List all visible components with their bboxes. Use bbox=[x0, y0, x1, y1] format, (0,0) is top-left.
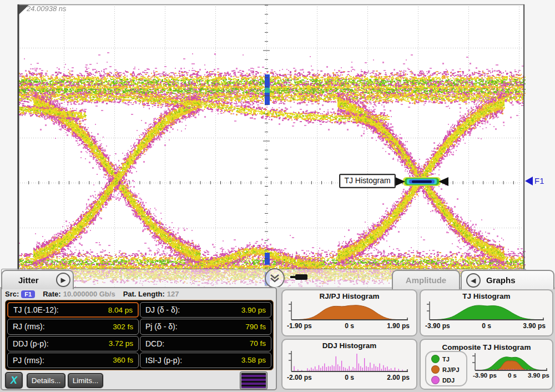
tab-amplitude[interactable]: Amplitude bbox=[392, 270, 460, 289]
timebase-label: 24.00938 ns bbox=[27, 4, 67, 13]
source-info-row: Src: F1 Rate: 10.000000 Gb/s Pat. Length… bbox=[5, 289, 186, 299]
back-arrow-button[interactable]: ◀ bbox=[466, 273, 481, 288]
x-tick-label: 0 s bbox=[345, 374, 354, 381]
rjpj-xaxis-labels: -1.90 ps 0 s 1.90 ps bbox=[282, 322, 416, 330]
measurement-cell-dcd[interactable]: DCD: 70 fs bbox=[140, 336, 271, 351]
measurement-label: Pj (δ - δ): bbox=[145, 322, 178, 331]
measurement-label: PJ (rms): bbox=[13, 356, 44, 365]
pat-length-value: 127 bbox=[167, 290, 179, 298]
collapse-panel-button[interactable] bbox=[265, 268, 285, 288]
measurement-cell-dj[interactable]: DJ (δ - δ): 3.90 ps bbox=[140, 302, 271, 318]
composite-histogram-chart bbox=[471, 352, 549, 372]
measurement-cell-isij[interactable]: ISI-J (p-p): 3.58 ps bbox=[140, 353, 271, 368]
measurement-label: ISI-J (p-p): bbox=[145, 356, 182, 365]
legend-label: DDJ bbox=[442, 377, 455, 384]
rate-label: Rate: bbox=[43, 290, 61, 298]
measurement-value: 3.58 ps bbox=[241, 356, 266, 364]
x-tick-label: 0 s bbox=[482, 322, 491, 330]
composite-xaxis-labels: -3.90 ps 0 s 3.90 ps bbox=[471, 372, 552, 379]
x-tick-label: 1.90 ps bbox=[387, 322, 410, 330]
play-button[interactable]: ▶ bbox=[56, 273, 70, 287]
tab-graphs[interactable]: ◀ Graphs bbox=[461, 270, 554, 289]
limits-button[interactable]: Limits... bbox=[68, 373, 103, 388]
x-tick-label: -3.90 ps bbox=[473, 372, 497, 379]
composite-tj-histogram-panel[interactable]: Composite TJ Histogram TJ RJ/PJ DDJ bbox=[420, 339, 553, 390]
measurement-label: DJ (δ - δ): bbox=[145, 305, 180, 314]
f1-marker-label: F1 bbox=[534, 176, 544, 185]
x-tick-label: 3.90 ps bbox=[528, 372, 549, 379]
tj-histogram-panel[interactable]: TJ Histogram -3.90 ps 0 s 3.90 ps bbox=[420, 289, 553, 336]
measurement-label: RJ (rms): bbox=[13, 322, 45, 331]
tab-amplitude-label: Amplitude bbox=[406, 275, 446, 285]
measurement-value: 8.04 ps bbox=[108, 306, 133, 314]
legend-label: TJ bbox=[442, 356, 450, 363]
graphs-region: RJ/PJ Histogram -1.90 ps 0 s 1.90 ps TJ … bbox=[279, 287, 554, 392]
ddj-histogram-panel[interactable]: DDJ Histogram -2.00 ps 0 s 2.00 ps bbox=[281, 339, 417, 390]
ddj-histogram-chart bbox=[287, 350, 410, 373]
f1-trace-marker[interactable]: F1 bbox=[525, 176, 544, 185]
measurement-cell-tj[interactable]: TJ (1.0E-12): 8.04 ps bbox=[7, 302, 139, 318]
measurement-readout-box: TJ (1.0E-12): 8.04 ps DJ (δ - δ): 3.90 p… bbox=[5, 300, 274, 370]
legend-item-tj: TJ bbox=[431, 355, 466, 363]
details-button[interactable]: Details... bbox=[27, 373, 65, 388]
measurement-value: 790 fs bbox=[245, 323, 266, 331]
ddj-histogram-title: DDJ Histogram bbox=[282, 341, 416, 350]
rjpj-legend-dot-icon bbox=[431, 365, 440, 374]
src-f1-badge[interactable]: F1 bbox=[21, 290, 35, 298]
tab-jitter[interactable]: Jitter ▶ bbox=[1, 270, 74, 289]
x-tick-label: -3.90 ps bbox=[425, 322, 450, 330]
rjpj-histogram-chart bbox=[287, 300, 410, 321]
ddj-legend-dot-icon bbox=[431, 376, 440, 384]
legend-label: RJ/PJ bbox=[442, 366, 460, 373]
tj-histogram-chart bbox=[425, 300, 546, 321]
measurement-cell-ddj[interactable]: DDJ (p-p): 3.72 ps bbox=[7, 336, 139, 351]
bar-drag-handle[interactable] bbox=[295, 274, 307, 280]
src-label: Src: bbox=[5, 290, 19, 298]
measurement-label: TJ (1.0E-12): bbox=[13, 305, 59, 314]
x-tick-label: 0 s bbox=[508, 372, 517, 379]
rjpj-histogram-title: RJ/PJ Histogram bbox=[282, 292, 416, 300]
measurement-cell-pj-dd[interactable]: Pj (δ - δ): 790 fs bbox=[140, 319, 271, 334]
jitter-footer-row: X Details... Limits... bbox=[5, 372, 275, 390]
legend-item-rjpj: RJ/PJ bbox=[431, 365, 466, 374]
composite-legend: TJ RJ/PJ DDJ bbox=[425, 351, 467, 386]
tj-xaxis-labels: -3.90 ps 0 s 3.90 ps bbox=[421, 322, 552, 330]
double-chevron-down-icon bbox=[269, 274, 280, 283]
tab-graphs-label: Graphs bbox=[486, 275, 516, 285]
tj-legend-dot-icon bbox=[431, 355, 440, 363]
tab-jitter-label: Jitter bbox=[18, 275, 39, 285]
measurement-value: 360 fs bbox=[113, 356, 133, 364]
bottom-strip: Src: F1 Rate: 10.000000 Gb/s Pat. Length… bbox=[0, 287, 555, 392]
play-icon: ▶ bbox=[61, 277, 65, 284]
composite-histogram-title: Composite TJ Histogram bbox=[421, 343, 552, 351]
measurement-value: 70 fs bbox=[250, 339, 266, 348]
back-arrow-icon: ◀ bbox=[471, 277, 476, 284]
rjpj-histogram-panel[interactable]: RJ/PJ Histogram -1.90 ps 0 s 1.90 ps bbox=[281, 289, 417, 336]
x-tick-label: 0 s bbox=[345, 322, 354, 330]
close-button[interactable]: X bbox=[5, 372, 23, 389]
x-tick-label: -2.00 ps bbox=[287, 374, 312, 381]
measurement-value: 302 fs bbox=[113, 323, 133, 331]
eye-diagram-canvas[interactable] bbox=[0, 0, 555, 289]
eye-diagram-plot[interactable]: 24.00938 ns TJ Histogram F1 bbox=[0, 0, 555, 289]
pat-length-label: Pat. Length: bbox=[123, 290, 165, 298]
x-tick-label: 2.00 ps bbox=[387, 374, 410, 381]
tj-histogram-title: TJ Histogram bbox=[421, 292, 552, 300]
measurement-label: DCD: bbox=[145, 339, 164, 348]
close-x-icon: X bbox=[11, 375, 17, 386]
measurement-value: 3.90 ps bbox=[241, 306, 266, 314]
display-style-button[interactable] bbox=[240, 372, 267, 389]
f1-arrow-icon bbox=[525, 177, 533, 185]
measurement-cell-pj-rms[interactable]: PJ (rms): 360 fs bbox=[7, 353, 139, 368]
x-tick-label: -1.90 ps bbox=[287, 322, 312, 330]
composite-chart-area: -3.90 ps 0 s 3.90 ps bbox=[471, 352, 552, 379]
ddj-xaxis-labels: -2.00 ps 0 s 2.00 ps bbox=[282, 374, 416, 381]
measurement-cell-rj[interactable]: RJ (rms): 302 fs bbox=[7, 319, 139, 334]
legend-item-ddj: DDJ bbox=[431, 376, 466, 384]
x-tick-label: 3.90 ps bbox=[523, 322, 546, 330]
jitter-panel: Src: F1 Rate: 10.000000 Gb/s Pat. Length… bbox=[1, 287, 277, 390]
rate-value: 10.000000 Gb/s bbox=[63, 290, 115, 298]
tj-histogram-marker-label[interactable]: TJ Histogram bbox=[339, 174, 396, 188]
measurement-value: 3.72 ps bbox=[109, 339, 133, 348]
measurement-label: DDJ (p-p): bbox=[13, 339, 49, 348]
